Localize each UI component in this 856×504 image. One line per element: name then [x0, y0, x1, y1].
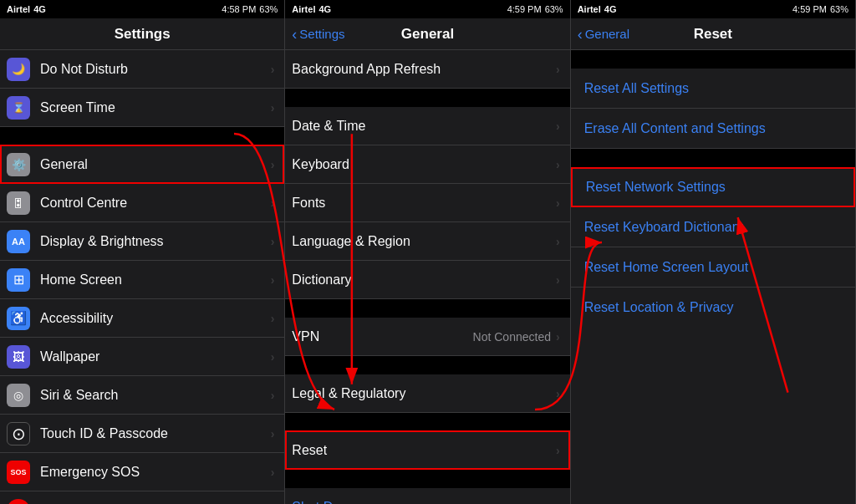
date-time-label: Date & Time [292, 119, 556, 134]
list-item-exposure[interactable]: ⊕ Exposure Notifications › [0, 491, 284, 504]
carrier-3: Airtel [578, 4, 601, 14]
general-panel: Airtel 4G 4:59 PM 63% ‹ Settings General… [285, 0, 570, 504]
legal-regulatory-label: Legal & Regulatory [292, 386, 556, 401]
reset-network-label: Reset Network Settings [586, 180, 726, 195]
carrier-1: Airtel [7, 4, 30, 14]
nav-bar-3: ‹ General Reset [571, 18, 855, 50]
battery-1: 63% [259, 4, 278, 14]
list-item-touch-id[interactable]: ⊙ Touch ID & Passcode › [0, 415, 284, 453]
touch-id-icon: ⊙ [7, 422, 30, 445]
emergency-sos-icon: SOS [7, 461, 30, 484]
status-bar-1: Airtel 4G 4:58 PM 63% [0, 0, 284, 18]
control-centre-label: Control Centre [40, 196, 271, 211]
erase-all-label: Erase All Content and Settings [584, 121, 766, 136]
general-icon: ⚙️ [7, 153, 30, 176]
list-item-accessibility[interactable]: ♿ Accessibility › [0, 299, 284, 338]
list-item-language-region[interactable]: Language & Region › [285, 222, 569, 261]
chevron-icon: › [271, 350, 275, 364]
list-item-display-brightness[interactable]: AA Display & Brightness › [0, 222, 284, 261]
time-3: 4:59 PM [792, 4, 827, 14]
list-item-reset[interactable]: Reset › [285, 431, 569, 470]
chevron-icon: › [271, 235, 275, 248]
list-item-wallpaper[interactable]: 🖼 Wallpaper › [0, 338, 284, 376]
list-item-date-time[interactable]: Date & Time › [285, 107, 569, 145]
reset-home-screen-label: Reset Home Screen Layout [584, 260, 749, 275]
list-item-dictionary[interactable]: Dictionary › [285, 261, 569, 299]
nav-bar-2: ‹ Settings General [285, 18, 569, 50]
list-item-fonts[interactable]: Fonts › [285, 184, 569, 222]
carrier-2: Airtel [292, 4, 315, 14]
general-list[interactable]: Background App Refresh › Date & Time › K… [285, 50, 569, 504]
network-1: 4G [33, 4, 46, 14]
do-not-disturb-label: Do Not Disturb [40, 62, 271, 77]
panel3-title: Reset [694, 26, 732, 43]
control-centre-icon: 🎛 [7, 191, 30, 215]
accessibility-label: Accessibility [40, 311, 271, 326]
list-item-general[interactable]: ⚙️ General › [0, 145, 284, 184]
fonts-label: Fonts [292, 196, 556, 211]
list-item-reset-network[interactable]: Reset Network Settings [571, 167, 855, 207]
chevron-icon: › [271, 101, 275, 115]
reset-all-settings-label: Reset All Settings [584, 81, 689, 96]
list-item-keyboard[interactable]: Keyboard › [285, 145, 569, 184]
wallpaper-label: Wallpaper [40, 349, 271, 364]
reset-list[interactable]: Reset All Settings Erase All Content and… [571, 50, 855, 504]
back-chevron-3: ‹ [578, 27, 583, 42]
reset-keyboard-label: Reset Keyboard Dictionary [584, 220, 743, 235]
list-item-screen-time[interactable]: ⌛ Screen Time › [0, 89, 284, 127]
language-region-label: Language & Region [292, 234, 556, 249]
emergency-sos-label: Emergency SOS [40, 465, 271, 480]
panel1-title: Settings [115, 26, 171, 43]
chevron-icon: › [556, 444, 560, 457]
screen-time-icon: ⌛ [7, 96, 30, 120]
chevron-icon: › [556, 235, 560, 248]
status-bar-2: Airtel 4G 4:59 PM 63% [285, 0, 569, 18]
chevron-icon: › [556, 120, 560, 133]
network-2: 4G [318, 4, 331, 14]
reset-panel: Airtel 4G 4:59 PM 63% ‹ General Reset Re… [571, 0, 856, 504]
list-item-reset-location[interactable]: Reset Location & Privacy [571, 288, 855, 328]
home-screen-label: Home Screen [40, 272, 271, 288]
list-item-vpn[interactable]: VPN Not Connected › [285, 318, 569, 356]
back-button-3[interactable]: ‹ General [578, 27, 629, 42]
list-item-shut-down[interactable]: Shut Down [285, 488, 569, 504]
chevron-icon: › [556, 158, 560, 171]
list-item-erase-all[interactable]: Erase All Content and Settings [571, 109, 855, 149]
reset-label: Reset [292, 443, 556, 458]
siri-search-label: Siri & Search [40, 388, 271, 403]
battery-3: 63% [830, 4, 848, 14]
back-button-2[interactable]: ‹ Settings [292, 27, 344, 42]
status-bar-3: Airtel 4G 4:59 PM 63% [571, 0, 855, 18]
list-item-reset-keyboard[interactable]: Reset Keyboard Dictionary [571, 207, 855, 247]
battery-2: 63% [545, 4, 563, 14]
list-item-reset-all-settings[interactable]: Reset All Settings [571, 69, 855, 109]
screen-time-label: Screen Time [40, 100, 271, 115]
chevron-icon: › [271, 158, 275, 171]
panel2-title: General [401, 26, 454, 43]
list-item-reset-home-screen[interactable]: Reset Home Screen Layout [571, 247, 855, 288]
shut-down-label: Shut Down [292, 500, 559, 504]
list-item-siri-search[interactable]: ◎ Siri & Search › [0, 376, 284, 415]
touch-id-label: Touch ID & Passcode [40, 426, 271, 441]
do-not-disturb-icon: 🌙 [7, 58, 30, 81]
background-refresh-label: Background App Refresh [292, 62, 556, 77]
siri-search-icon: ◎ [7, 384, 30, 407]
list-item-legal-regulatory[interactable]: Legal & Regulatory › [285, 374, 569, 413]
chevron-icon: › [271, 312, 275, 325]
vpn-value: Not Connected [473, 330, 551, 344]
display-brightness-label: Display & Brightness [40, 234, 271, 249]
chevron-icon: › [556, 63, 560, 76]
list-item-control-centre[interactable]: 🎛 Control Centre › [0, 184, 284, 222]
chevron-icon: › [556, 387, 560, 400]
list-item-background-refresh[interactable]: Background App Refresh › [285, 50, 569, 89]
list-item-home-screen[interactable]: ⊞ Home Screen › [0, 261, 284, 299]
home-screen-icon: ⊞ [7, 268, 30, 292]
chevron-icon: › [271, 389, 275, 402]
settings-list[interactable]: 🌙 Do Not Disturb › ⌛ Screen Time › ⚙️ Ge… [0, 50, 284, 504]
list-item-emergency-sos[interactable]: SOS Emergency SOS › [0, 453, 284, 491]
chevron-icon: › [271, 196, 275, 210]
keyboard-label: Keyboard [292, 157, 556, 172]
vpn-label: VPN [292, 329, 472, 344]
list-item-do-not-disturb[interactable]: 🌙 Do Not Disturb › [0, 50, 284, 89]
chevron-icon: › [556, 273, 560, 287]
